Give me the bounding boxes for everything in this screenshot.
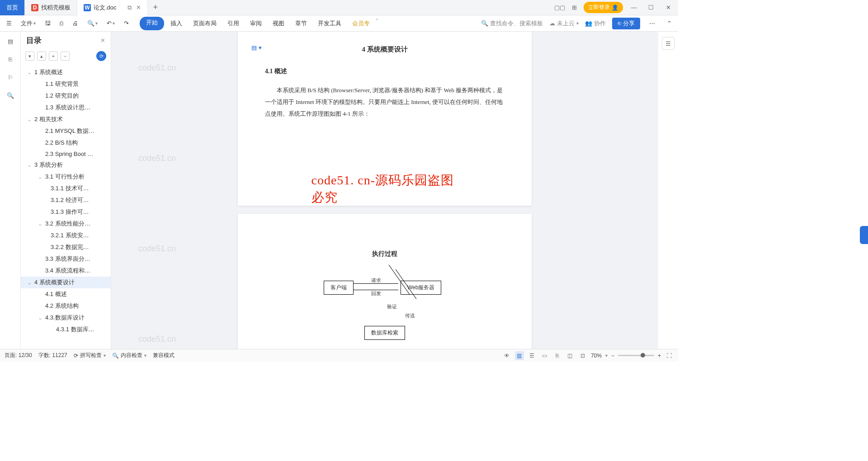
share-button[interactable]: ⎋ 分享 — [612, 18, 640, 29]
save-icon[interactable]: 🖫 — [42, 18, 53, 28]
outline-item[interactable]: ⌵4 系统概要设计 — [21, 277, 111, 288]
menu-icon[interactable]: ☰ — [4, 18, 14, 28]
outline-collapse-all-icon[interactable]: ▾ — [25, 52, 34, 61]
outline-item[interactable]: 2.2 B/S 结构 — [21, 137, 111, 149]
view-web-icon[interactable]: ⎘ — [553, 351, 562, 360]
outline-item[interactable]: ⌵2 相关技术 — [21, 113, 111, 125]
outline-item[interactable]: 2.1 MYSQL 数据… — [21, 125, 111, 137]
outline-item[interactable]: 4.2 系统结构 — [21, 300, 111, 312]
tab-add-button[interactable]: + — [148, 3, 164, 12]
flag-icon[interactable]: ⚐ — [5, 72, 15, 82]
ribbon-tab-review[interactable]: 审阅 — [245, 17, 266, 30]
outline-icon[interactable]: ▤ — [5, 36, 15, 46]
tab-close-icon[interactable]: ✕ — [136, 4, 141, 11]
document-canvas[interactable]: ▤ ▾ 4 系统概要设计 4.1 概述 本系统采用 B/S 结构 (Browse… — [111, 32, 658, 349]
tab-document[interactable]: W 论文.doc ⧉ ✕ — [77, 0, 148, 15]
watermark-red: code51. cn-源码乐园盗图必究 — [311, 172, 458, 206]
print-icon[interactable]: 🖨 — [70, 18, 81, 28]
outline-item[interactable]: 3.2.1 系统安… — [21, 230, 111, 241]
outline-item[interactable]: 3.1.2 经济可… — [21, 194, 111, 206]
outline-item[interactable]: 1.2 研究目的 — [21, 90, 111, 102]
tab-template[interactable]: D 找稻壳模板 — [25, 0, 77, 15]
collab-icon: 👥 — [585, 20, 592, 27]
outline-panel: 目录 ✕ ▾ ▴ + − ⟳ ⌵1 系统概述1.1 研究背景1.2 研究目的1.… — [21, 32, 111, 349]
status-page[interactable]: 页面: 12/30 — [5, 352, 32, 359]
status-words[interactable]: 字数: 11227 — [38, 352, 67, 359]
outline-item[interactable]: ⌵4.3.数据库设计 — [21, 312, 111, 324]
outline-item[interactable]: 1.3 系统设计思… — [21, 102, 111, 113]
diagram-label-resp: 回发 — [371, 290, 381, 297]
search-icon: 🔍 — [481, 20, 488, 27]
outline-item[interactable]: 3.1.3 操作可… — [21, 206, 111, 218]
ribbon-tab-start[interactable]: 开始 — [140, 17, 164, 30]
bookmark-rail-icon[interactable]: ⎘ — [5, 54, 15, 64]
outline-item[interactable]: 2.3 Spring Boot … — [21, 149, 111, 159]
file-menu[interactable]: 文件▾ — [18, 18, 38, 29]
view-read-icon[interactable]: ▭ — [540, 351, 549, 360]
view-outline-icon[interactable]: ☰ — [528, 351, 537, 360]
layout-icon[interactable]: ▢▢ — [555, 3, 565, 13]
outline-item[interactable]: 1.1 研究背景 — [21, 78, 111, 90]
cloud-status[interactable]: ☁ 未上云▾ — [549, 19, 579, 28]
zoom-value[interactable]: 70% — [591, 353, 602, 359]
fullscreen-icon[interactable]: ⛶ — [665, 351, 674, 360]
eye-icon[interactable]: 👁 — [502, 351, 511, 360]
outline-tools: ▾ ▴ + − ⟳ — [21, 49, 111, 65]
outline-item[interactable]: ⌵3.1 可行性分析 — [21, 171, 111, 183]
outline-item[interactable]: 3.4 系统流程和… — [21, 265, 111, 277]
window-close-icon[interactable]: ✕ — [662, 4, 675, 11]
outline-item[interactable]: 3.3 系统界面分… — [21, 253, 111, 265]
ribbon-tab-insert[interactable]: 插入 — [166, 17, 187, 30]
outline-sync-icon[interactable]: ⟳ — [96, 51, 106, 61]
toolbar-collapse-icon[interactable]: ⌃ — [664, 18, 675, 28]
outline-item[interactable]: ⌵1 系统概述 — [21, 66, 111, 78]
preview-icon[interactable]: 🔍▾ — [85, 18, 100, 28]
apps-icon[interactable]: ⊞ — [569, 3, 579, 13]
outline-remove-icon[interactable]: − — [61, 52, 70, 61]
user-icon: 👤 — [612, 5, 618, 11]
outline-item[interactable]: ⌵3 系统分析 — [21, 159, 111, 171]
outline-add-icon[interactable]: + — [49, 52, 58, 61]
outline-close-icon[interactable]: ✕ — [100, 37, 105, 44]
tab-home[interactable]: 首页 — [0, 0, 25, 15]
outline-item[interactable]: 3.1.1 技术可… — [21, 183, 111, 194]
zoom-out-icon[interactable]: − — [611, 353, 614, 359]
heading-2: 4.1 概述 — [265, 67, 505, 75]
template-icon: D — [31, 4, 38, 11]
search-rail-icon[interactable]: 🔍 — [5, 90, 15, 100]
collab-button[interactable]: 👥 协作 — [585, 19, 606, 28]
outline-item[interactable]: 4.3.1 数据库… — [21, 324, 111, 335]
ribbon-tab-layout[interactable]: 页面布局 — [189, 17, 221, 30]
ribbon-tab-dev[interactable]: 开发工具 — [313, 17, 346, 30]
outline-item[interactable]: 3.2.2 数据完… — [21, 241, 111, 253]
zoom-slider[interactable] — [618, 355, 654, 356]
outline-expand-all-icon[interactable]: ▴ — [37, 52, 46, 61]
status-spellcheck[interactable]: ⟳ 拼写检查 ▾ — [74, 352, 106, 359]
window-maximize-icon[interactable]: ☐ — [645, 4, 657, 11]
undo-icon[interactable]: ↶▾ — [104, 18, 118, 28]
outline-item[interactable]: 4.1 概述 — [21, 288, 111, 300]
diagram-label-verify: 验证 — [387, 303, 397, 310]
outline-item[interactable]: ⌵3.2 系统性能分… — [21, 218, 111, 230]
ribbon-tab-vip[interactable]: 会员专 — [348, 17, 374, 30]
zoom-in-icon[interactable]: + — [658, 353, 661, 359]
view-focus-icon[interactable]: ◫ — [566, 351, 575, 360]
right-panel-toggle-icon[interactable]: ☰ — [662, 37, 675, 50]
tab-detach-icon[interactable]: ⧉ — [127, 4, 132, 11]
ribbon-more-icon[interactable]: › — [376, 17, 377, 30]
ribbon-tab-view[interactable]: 视图 — [268, 17, 289, 30]
redo-icon[interactable]: ↷ — [121, 18, 132, 28]
export-icon[interactable]: ⎙ — [57, 18, 66, 28]
status-content-check[interactable]: 🔍 内容检查 ▾ — [112, 352, 146, 359]
command-search[interactable]: 🔍 查找命令、搜索模板 — [481, 19, 543, 28]
watermark-grey: code51.cn — [138, 154, 176, 163]
status-compat[interactable]: 兼容模式 — [153, 352, 175, 359]
zoom-fit-icon[interactable]: ⊡ — [578, 351, 587, 360]
page-marker-icon[interactable]: ▤ ▾ — [251, 44, 262, 51]
ribbon-tab-reference[interactable]: 引用 — [223, 17, 244, 30]
toolbar-more-icon[interactable]: ⋯ — [646, 18, 658, 28]
login-button[interactable]: 立即登录 👤 — [584, 2, 623, 13]
ribbon-tab-chapter[interactable]: 章节 — [291, 17, 311, 30]
view-page-icon[interactable]: ▥ — [515, 351, 524, 360]
window-minimize-icon[interactable]: — — [627, 4, 640, 11]
